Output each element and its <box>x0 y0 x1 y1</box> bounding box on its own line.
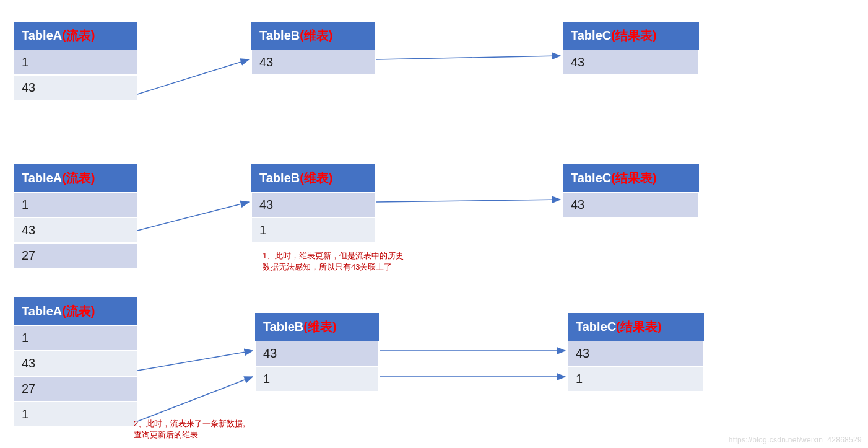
header-prefix: TableB <box>259 29 300 42</box>
table-header: TableC(结果表) <box>568 313 704 341</box>
header-prefix: TableC <box>571 29 611 42</box>
header-suffix: (维表) <box>303 320 336 333</box>
arrow-b-to-c-s1 <box>376 56 560 59</box>
header-suffix: (结果表) <box>611 171 656 185</box>
table-row: 43 <box>563 192 699 217</box>
table-header: TableB(维表) <box>251 164 375 192</box>
header-prefix: TableA <box>22 304 62 318</box>
table-row: 1 <box>568 366 704 392</box>
arrow-a-to-b-s2 <box>137 202 249 231</box>
table-row: 43 <box>251 192 375 217</box>
table-header: TableA(流表) <box>14 22 137 50</box>
diagram-canvas: TableA(流表) 1 43 TableB(维表) 43 TableC(结果表… <box>0 0 868 448</box>
scene3-note: 2、此时，流表来了一条新数据, 查询更新后的维表 <box>134 418 245 441</box>
arrow-a-to-b-s1 <box>137 59 249 94</box>
scene2-note: 1、此时，维表更新，但是流表中的历史 数据无法感知，所以只有43关联上了 <box>263 250 404 273</box>
table-row: 43 <box>255 341 379 366</box>
header-suffix: (结果表) <box>611 29 656 42</box>
table-row: 43 <box>14 75 137 100</box>
table-row: 43 <box>568 341 704 366</box>
header-prefix: TableB <box>259 171 300 185</box>
scene2-table-b: TableB(维表) 43 1 <box>251 164 375 243</box>
table-row: 1 <box>14 325 137 351</box>
header-suffix: (流表) <box>62 29 95 42</box>
table-row: 43 <box>14 351 137 376</box>
table-row: 1 <box>14 402 137 427</box>
scene2-table-c: TableC(结果表) 43 <box>563 164 699 217</box>
table-header: TableC(结果表) <box>563 22 699 50</box>
header-suffix: (流表) <box>62 171 95 185</box>
table-header: TableC(结果表) <box>563 164 699 192</box>
table-header: TableA(流表) <box>14 164 137 192</box>
scene2-table-a: TableA(流表) 1 43 27 <box>14 164 137 268</box>
table-row: 43 <box>251 50 375 75</box>
header-suffix: (流表) <box>62 304 95 318</box>
scene1-table-c: TableC(结果表) 43 <box>563 22 699 75</box>
arrow-a43-to-b-s3 <box>137 351 253 371</box>
arrow-a1-to-b-s3 <box>137 377 253 421</box>
watermark: https://blog.csdn.net/weixin_42868529 <box>729 436 862 444</box>
arrow-b-to-c-s2 <box>376 200 560 202</box>
header-suffix: (维表) <box>300 171 332 185</box>
header-suffix: (结果表) <box>616 320 661 333</box>
table-row: 27 <box>14 243 137 268</box>
table-row: 1 <box>14 50 137 75</box>
table-row: 1 <box>14 192 137 217</box>
table-header: TableA(流表) <box>14 297 137 325</box>
table-row: 43 <box>563 50 699 75</box>
header-suffix: (维表) <box>300 29 332 42</box>
right-divider <box>849 0 849 448</box>
scene3-table-b: TableB(维表) 43 1 <box>255 313 379 392</box>
header-prefix: TableA <box>22 171 62 185</box>
table-header: TableB(维表) <box>251 22 375 50</box>
table-row: 27 <box>14 376 137 402</box>
header-prefix: TableC <box>576 320 616 333</box>
table-row: 43 <box>14 217 137 243</box>
scene3-table-a: TableA(流表) 1 43 27 1 <box>14 297 137 427</box>
header-prefix: TableA <box>22 29 62 42</box>
scene3-table-c: TableC(结果表) 43 1 <box>568 313 704 392</box>
table-header: TableB(维表) <box>255 313 379 341</box>
header-prefix: TableB <box>263 320 303 333</box>
scene1-table-b: TableB(维表) 43 <box>251 22 375 75</box>
table-row: 1 <box>255 366 379 392</box>
scene1-table-a: TableA(流表) 1 43 <box>14 22 137 100</box>
header-prefix: TableC <box>571 171 611 185</box>
table-row: 1 <box>251 217 375 243</box>
